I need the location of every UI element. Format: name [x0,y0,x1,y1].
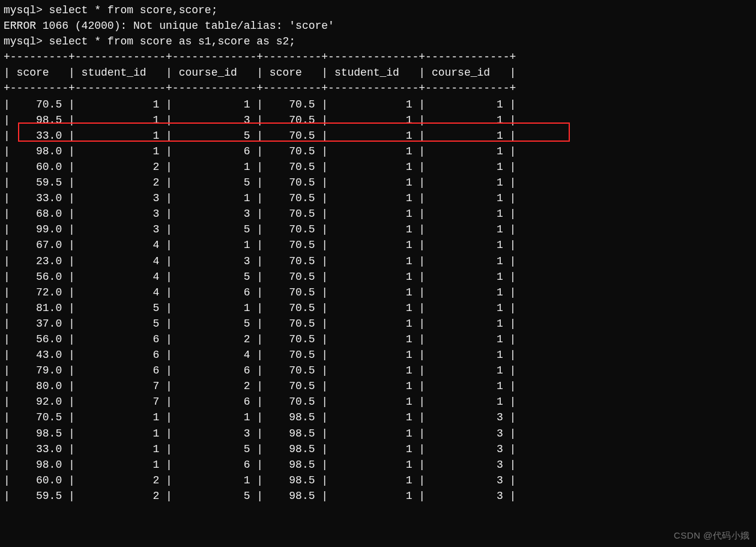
watermark-text: CSDN @代码小娥 [674,529,750,542]
terminal-output: mysql> select * from score,score; ERROR … [0,0,756,506]
